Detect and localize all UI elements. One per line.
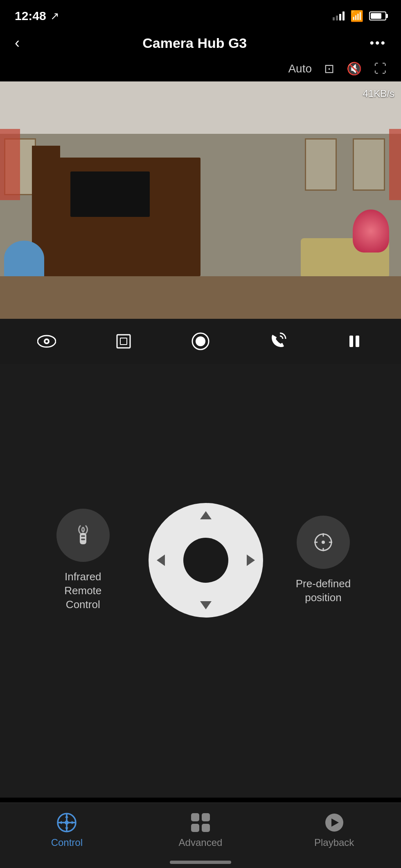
mute-icon[interactable]: 🔇	[347, 61, 362, 76]
svg-rect-4	[120, 338, 127, 345]
location-icon: ↗	[50, 10, 59, 23]
tab-control[interactable]: Control	[38, 812, 95, 848]
svg-rect-8	[356, 336, 359, 347]
advanced-label: Advanced	[179, 837, 223, 848]
svg-marker-15	[247, 555, 255, 566]
infrared-icon	[56, 509, 110, 562]
svg-point-2	[45, 340, 48, 343]
tab-advanced[interactable]: Advanced	[172, 812, 229, 848]
svg-marker-27	[65, 827, 68, 830]
record-button[interactable]	[188, 329, 213, 354]
menu-button[interactable]: •••	[369, 36, 386, 50]
svg-rect-11	[81, 539, 85, 540]
svg-point-25	[65, 821, 69, 825]
curtain-left	[0, 129, 20, 200]
curtain-right	[389, 129, 401, 200]
fullscreen-icon[interactable]: ⛶	[374, 62, 386, 76]
predefined-position-button[interactable]: Pre-definedposition	[296, 516, 351, 605]
status-time: 12:48	[15, 9, 46, 23]
header: ‹ Camera Hub G3 •••	[0, 29, 401, 61]
dpad-up[interactable]	[199, 510, 212, 520]
signal-icon	[333, 11, 345, 20]
window-right2	[353, 138, 385, 191]
speed-badge: 41KB/s	[363, 88, 394, 99]
predefined-icon	[297, 516, 350, 569]
svg-marker-14	[157, 555, 165, 566]
control-label: Control	[51, 837, 83, 848]
camera-feed: 41KB/s	[0, 81, 401, 319]
call-button[interactable]	[265, 329, 290, 354]
svg-marker-29	[72, 821, 74, 824]
window-right1	[305, 138, 337, 191]
bottom-nav: Control Advanced Playback	[0, 803, 401, 868]
control-icon	[56, 812, 77, 833]
dpad[interactable]	[149, 503, 263, 618]
wifi-icon: 📶	[350, 10, 363, 23]
predefined-label: Pre-definedposition	[296, 577, 351, 605]
eye-button[interactable]	[34, 329, 59, 354]
flowers	[353, 210, 389, 252]
svg-marker-28	[59, 821, 62, 824]
svg-marker-12	[200, 511, 212, 519]
playback-label: Playback	[314, 837, 354, 848]
quality-label[interactable]: Auto	[288, 62, 312, 75]
layout-icon[interactable]: ⊡	[324, 61, 334, 76]
control-area: Infrared RemoteControl	[0, 364, 401, 732]
svg-point-6	[196, 336, 205, 346]
dpad-left[interactable]	[156, 554, 166, 567]
home-indicator	[170, 861, 231, 864]
toy	[4, 241, 44, 276]
action-bar	[0, 319, 401, 364]
control-row: Infrared RemoteControl	[50, 503, 351, 618]
infrared-remote-button[interactable]: Infrared RemoteControl	[50, 509, 116, 611]
status-bar: 12:48 ↗ 📶	[0, 0, 401, 29]
pause-button[interactable]	[342, 329, 367, 354]
status-icons: 📶	[333, 10, 386, 23]
advanced-icon	[190, 812, 211, 833]
dpad-right[interactable]	[246, 554, 256, 567]
infrared-label: Infrared RemoteControl	[50, 570, 116, 611]
crop-button[interactable]	[111, 329, 136, 354]
svg-marker-26	[65, 815, 68, 818]
svg-rect-3	[117, 335, 130, 348]
controls-bar: Auto ⊡ 🔇 ⛶	[0, 61, 401, 81]
tv-screen	[70, 171, 150, 216]
svg-marker-13	[200, 601, 212, 609]
shelf-unit	[56, 158, 200, 276]
battery-icon	[369, 11, 386, 20]
svg-rect-10	[81, 535, 85, 537]
svg-rect-7	[349, 336, 353, 347]
back-button[interactable]: ‹	[15, 34, 20, 52]
dpad-center[interactable]	[183, 538, 228, 583]
svg-point-17	[322, 541, 325, 544]
playback-icon	[324, 812, 345, 833]
page-title: Camera Hub G3	[142, 35, 247, 51]
dpad-down[interactable]	[199, 600, 212, 610]
tab-playback[interactable]: Playback	[306, 812, 363, 848]
